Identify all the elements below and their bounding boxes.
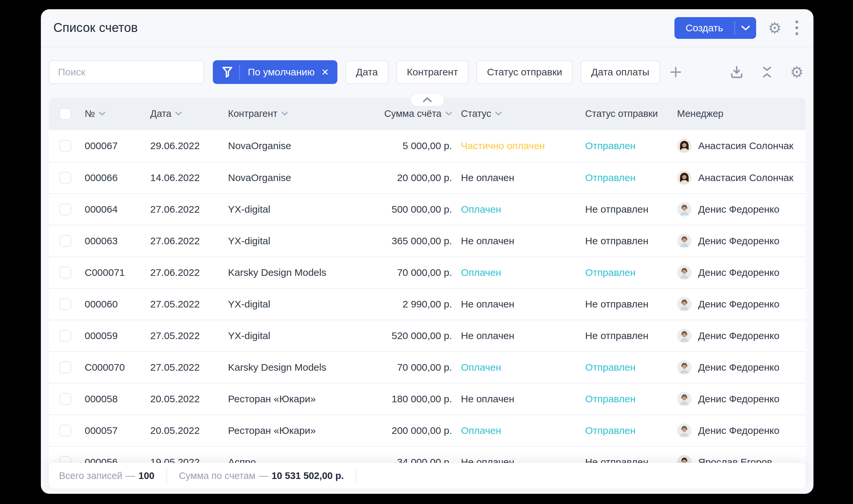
page-header: Список счетов Создать ⚙ [41,9,814,47]
column-label: Статус [461,108,491,119]
table-row[interactable]: 00005820.05.2022Ресторан «Юкари»180 000,… [49,383,805,414]
create-dropdown-toggle[interactable] [735,17,756,39]
chevron-down-icon [741,25,750,31]
avatar [677,202,692,217]
manager-name: Денис Федоренко [698,267,780,278]
row-checkbox[interactable] [59,425,71,436]
total-records-value: 100 [138,470,154,481]
column-header-date[interactable]: Дата [144,108,223,119]
column-header-sum[interactable]: Сумма счёта [382,108,452,119]
table-row[interactable]: 00006027.05.2022YX-digital2 990,00 р.Не … [49,288,805,320]
row-checkbox-cell [49,267,79,278]
create-button[interactable]: Создать [675,17,734,39]
filter-button-4[interactable]: Дата оплаты [580,60,660,84]
table-row[interactable]: C00007127.06.2022Karsky Design Models70 … [49,256,805,288]
table-row[interactable]: 00005720.05.2022Ресторан «Юкари»200 000,… [49,414,805,446]
row-checkbox[interactable] [59,235,71,247]
row-checkbox-cell [49,298,79,310]
plus-icon [669,66,682,79]
table-row[interactable]: 00005927.05.2022YX-digital520 000,00 р.Н… [49,320,805,351]
row-checkbox[interactable] [59,203,71,215]
row-checkbox[interactable] [59,140,71,152]
manager-cell: Денис Федоренко [672,234,805,248]
row-checkbox[interactable] [59,330,71,342]
shipping-status: Отправлен [579,172,672,183]
invoice-amount: 180 000,00 р. [382,393,452,404]
invoice-date: 27.06.2022 [144,235,223,247]
invoice-amount: 5 000,00 р. [382,140,452,151]
manager-cell: Анастасия Солончак [672,170,805,185]
kebab-menu-icon[interactable] [794,18,800,37]
invoice-date: 14.06.2022 [144,172,223,183]
filter-button-3[interactable]: Статус отправки [476,60,573,84]
column-label: Дата [150,108,171,119]
row-checkbox[interactable] [59,298,71,310]
chevron-up-icon [422,97,432,103]
contractor-name: YX-digital [223,299,382,310]
payment-status: Не оплачен [452,393,579,404]
add-filter-button[interactable] [669,66,682,79]
filter-button-1[interactable]: Дата [345,60,388,84]
table-row[interactable]: 00006427.06.2022YX-digital500 000,00 р.О… [49,193,805,225]
row-checkbox[interactable] [59,172,71,184]
manager-name: Денис Федоренко [698,235,780,247]
filter-funnel-icon [215,67,239,78]
select-all-cell [49,108,79,120]
payment-status: Не оплачен [452,299,579,310]
dash: — [125,470,135,481]
invoices-sum-label: Сумма по счетам [179,470,256,481]
column-label: Статус отправки [585,108,658,119]
row-checkbox[interactable] [59,393,71,405]
invoice-number: 000063 [79,235,144,247]
table-row[interactable]: 00006327.06.2022YX-digital365 000,00 р.Н… [49,225,805,256]
collapse-table-handle[interactable] [410,93,445,107]
invoice-number: 000057 [79,425,144,436]
footer-divider [167,469,167,483]
column-header-mgr: Менеджер [672,108,805,119]
shipping-status: Отправлен [579,362,672,373]
sort-chevron-down-icon [281,112,288,116]
column-header-status[interactable]: Статус [452,108,579,119]
invoice-date: 20.05.2022 [144,425,223,436]
table-settings-gear-icon[interactable]: ⚙ [790,65,804,80]
contractor-name: Karsky Design Models [223,362,382,373]
row-checkbox-cell [49,393,79,405]
invoice-number: C000071 [79,267,144,278]
column-header-num[interactable]: № [79,108,144,119]
shipping-status: Отправлен [579,267,672,278]
download-icon[interactable] [729,65,744,79]
invoice-date: 27.06.2022 [144,267,223,278]
row-checkbox-cell [49,203,79,215]
sort-chevron-down-icon [99,112,105,116]
select-all-checkbox[interactable] [59,108,71,120]
shipping-status: Отправлен [579,393,672,404]
payment-status: Частично оплачен [452,140,579,151]
manager-name: Денис Федоренко [698,204,780,215]
table-row[interactable]: C00007027.05.2022Karsky Design Models70 … [49,351,805,383]
close-icon[interactable]: ✕ [320,67,335,78]
table-row[interactable]: 00006729.06.2022NovaOrganise5 000,00 р.Ч… [49,130,805,162]
invoice-number: 000058 [79,393,144,404]
invoice-date: 20.05.2022 [144,393,223,404]
create-split-button[interactable]: Создать [675,17,756,39]
gear-icon[interactable]: ⚙ [768,20,782,36]
row-checkbox[interactable] [59,361,71,373]
invoice-amount: 70 000,00 р. [382,362,452,373]
avatar [677,297,692,311]
summary-footer: Всего записей — 100 Сумма по счетам — 10… [49,463,805,488]
row-checkbox[interactable] [59,267,71,278]
invoice-date: 29.06.2022 [144,140,223,151]
manager-cell: Денис Федоренко [672,202,805,217]
manager-cell: Денис Федоренко [672,297,805,311]
filter-button-2[interactable]: Контрагент [396,60,469,84]
active-filter-chip[interactable]: По умолчанию ✕ [213,60,337,84]
search-input[interactable] [49,60,204,84]
invoice-number: 000064 [79,204,144,215]
shipping-status: Не отправлен [579,204,672,215]
column-header-contr[interactable]: Контрагент [223,108,382,119]
contractor-name: Karsky Design Models [223,267,382,278]
invoice-date: 27.05.2022 [144,299,223,310]
sort-chevron-down-icon [495,112,502,116]
table-row[interactable]: 00006614.06.2022NovaOrganise20 000,00 р.… [49,162,805,193]
collapse-icon[interactable] [761,65,773,79]
